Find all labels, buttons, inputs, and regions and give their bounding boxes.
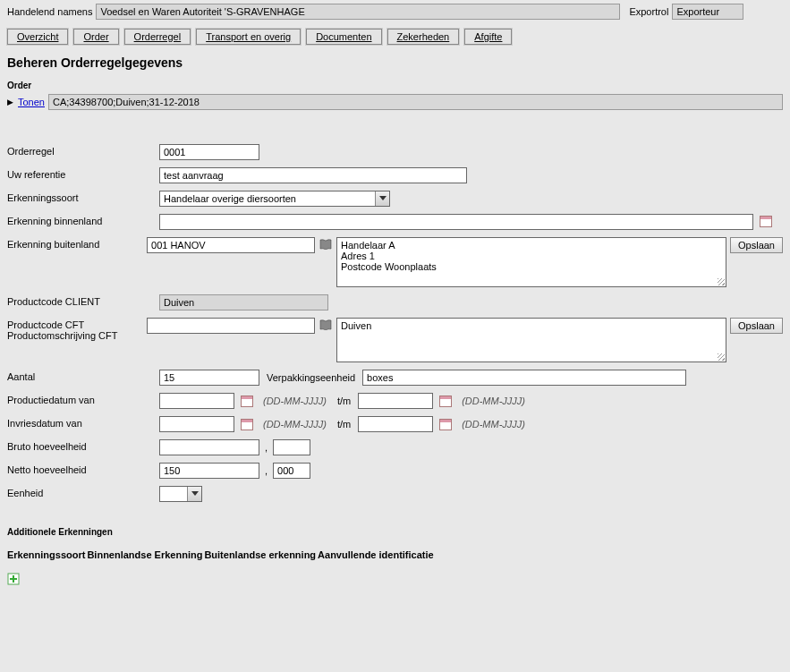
tm-label: t/m [334, 419, 354, 430]
tab-afgifte[interactable]: Afgifte [464, 29, 512, 45]
uwreferentie-input[interactable] [159, 167, 467, 183]
svg-rect-8 [242, 420, 252, 422]
opslaan-button-2[interactable]: Opslaan [730, 318, 783, 334]
tonen-link[interactable]: Tonen [18, 97, 45, 107]
book-icon[interactable] [319, 318, 333, 332]
tm-label: t/m [334, 396, 354, 406]
label-productcode-cft: Productcode CFT [7, 319, 147, 330]
date-hint: (DD-MM-JJJJ) [259, 419, 330, 430]
section-order: Order [0, 79, 790, 92]
handelend-namens-input [96, 4, 620, 20]
chevron-down-icon [375, 191, 389, 206]
order-row: ▶ Tonen [0, 92, 790, 115]
svg-rect-6 [440, 396, 451, 399]
comma-separator: , [263, 442, 269, 453]
section-additionele: Additionele Erkenningen [0, 509, 790, 544]
label-erkenningssoort: Erkenningssoort [7, 191, 159, 203]
erk-buitenland-textarea[interactable]: Handelaar A Adres 1 Postcode Woonplaats [336, 237, 726, 287]
label-productomschrijving-cft: Productomschrijving CFT [7, 330, 147, 341]
svg-rect-4 [242, 396, 252, 399]
resize-handle-icon[interactable] [718, 353, 725, 361]
tab-order[interactable]: Order [73, 29, 118, 45]
invriesdatum-tm-input[interactable] [358, 416, 433, 432]
calendar-icon[interactable] [240, 394, 254, 408]
form-area: Orderregel Uw referentie Erkenningssoort… [0, 115, 790, 504]
productiedatum-tm-input[interactable] [358, 393, 433, 409]
triangle-icon: ▶ [7, 98, 13, 106]
orderregel-input[interactable] [159, 144, 259, 160]
bruto1-input[interactable] [159, 439, 259, 455]
label-invriesdatum: Invriesdatum van [7, 416, 159, 429]
additional-table-headers: Erkenningssoort Binnenlandse Erkenning B… [0, 544, 790, 566]
eenheid-select[interactable] [159, 486, 202, 502]
resize-handle-icon[interactable] [718, 278, 725, 285]
verpakkingseenheid-input[interactable] [362, 370, 686, 386]
tab-transport[interactable]: Transport en overig [196, 29, 301, 45]
label-handelend-namens: Handelend namens [7, 6, 92, 17]
aantal-input[interactable] [159, 370, 259, 386]
calendar-icon[interactable] [240, 417, 254, 431]
label-exportrol: Exportrol [629, 6, 668, 17]
productomschrijving-cft-text: Duiven [341, 320, 371, 331]
tab-orderregel[interactable]: Orderregel [124, 29, 191, 45]
tab-zekerheden[interactable]: Zekerheden [387, 29, 460, 45]
chevron-down-icon [187, 487, 201, 501]
col-buitenlandse: Buitenlandse erkenning [204, 549, 316, 560]
label-erk-binnenland: Erkenning binnenland [7, 214, 159, 226]
tab-overzicht[interactable]: Overzicht [7, 29, 68, 45]
svg-marker-11 [191, 491, 199, 496]
label-productcode-client: Productcode CLIENT [7, 294, 159, 307]
svg-marker-0 [379, 196, 387, 200]
label-verpakkingseenheid: Verpakkingseenheid [263, 372, 359, 383]
date-hint: (DD-MM-JJJJ) [458, 396, 529, 406]
label-aantal: Aantal [7, 370, 159, 382]
col-binnenlandse: Binnenlandse Erkenning [87, 549, 202, 560]
exportrol-input [672, 4, 743, 20]
erk-buitenland-text: Handelaar A Adres 1 Postcode Woonplaats [341, 240, 437, 272]
col-erkenningssoort: Erkenningssoort [7, 549, 85, 560]
label-netto: Netto hoeveelheid [7, 463, 159, 475]
tab-documenten[interactable]: Documenten [306, 29, 381, 45]
date-hint: (DD-MM-JJJJ) [259, 396, 330, 406]
tabs-bar: Overzicht Order Orderregel Transport en … [0, 23, 790, 54]
label-uwreferentie: Uw referentie [7, 167, 159, 180]
netto2-input[interactable] [273, 463, 310, 479]
label-eenheid: Eenheid [7, 486, 159, 498]
label-productcode-cft-combined: Productcode CFT Productomschrijving CFT [7, 318, 147, 341]
label-orderregel: Orderregel [7, 144, 159, 157]
label-productiedatum: Productiedatum van [7, 393, 159, 405]
erkenningssoort-value: Handelaar overige diersoorten [160, 191, 375, 206]
productomschrijving-cft-textarea[interactable]: Duiven [336, 318, 726, 362]
productcode-cft-input[interactable] [147, 318, 315, 334]
productcode-client-input [159, 294, 328, 310]
erk-buitenland-input[interactable] [147, 237, 315, 253]
plus-icon [7, 573, 20, 585]
svg-rect-10 [440, 420, 451, 422]
calendar-icon[interactable] [438, 394, 453, 408]
opslaan-button[interactable]: Opslaan [730, 237, 783, 253]
date-hint: (DD-MM-JJJJ) [458, 419, 529, 430]
calendar-icon[interactable] [759, 214, 773, 228]
col-aanvullende: Aanvullende identificatie [318, 549, 434, 560]
erkenningssoort-select[interactable]: Handelaar overige diersoorten [159, 191, 390, 207]
netto1-input[interactable] [159, 463, 259, 479]
calendar-icon[interactable] [438, 417, 453, 431]
page-title: Beheren Orderregelgegevens [0, 54, 790, 79]
top-bar: Handelend namens Exportrol [0, 0, 790, 23]
eenheid-value [160, 487, 187, 501]
book-icon[interactable] [319, 237, 333, 251]
bruto2-input[interactable] [273, 439, 310, 455]
add-button[interactable] [0, 566, 790, 592]
svg-rect-2 [760, 217, 771, 219]
erk-binnenland-input[interactable] [159, 214, 753, 230]
label-bruto: Bruto hoeveelheid [7, 439, 159, 452]
productiedatum-van-input[interactable] [159, 393, 234, 409]
svg-rect-14 [10, 578, 17, 580]
label-erk-buitenland: Erkenning buitenland [7, 237, 147, 250]
invriesdatum-van-input[interactable] [159, 416, 234, 432]
order-value-input [48, 94, 783, 110]
comma-separator: , [263, 465, 269, 476]
